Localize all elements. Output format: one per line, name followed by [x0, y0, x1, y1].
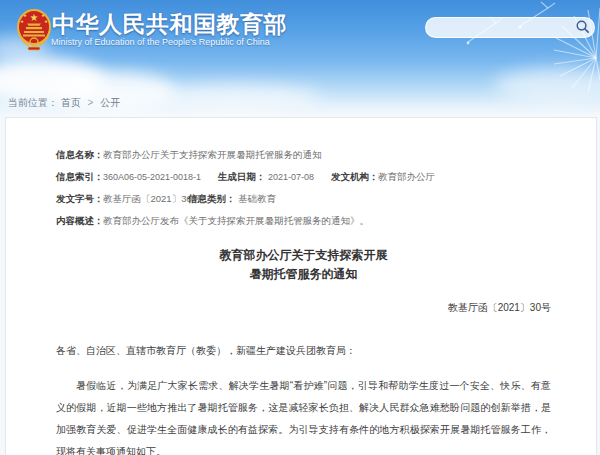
search-box: [425, 17, 595, 38]
meta-value: 360A06-05-2021-0018-1: [103, 166, 218, 188]
meta-row-name: 信息名称： 教育部办公厅关于支持探索开展暑期托管服务的通知: [56, 144, 551, 166]
meta-value: 教基厅函〔2021〕30号: [103, 188, 188, 210]
breadcrumb: 当前位置： 首页 > 公开: [8, 96, 120, 110]
breadcrumb-prefix: 当前位置：: [8, 97, 58, 108]
search-input[interactable]: [434, 19, 573, 38]
site-subtitle: Ministry of Education of the People's Re…: [51, 37, 331, 47]
site-title: 中华人民共和国教育部: [52, 9, 332, 40]
meta-value: 教育部办公厅: [378, 166, 435, 188]
document-title-line1: 教育部办公厅关于支持探索开展: [56, 246, 551, 265]
breadcrumb-separator: >: [88, 97, 94, 108]
meta-label: 发文机构：: [331, 166, 378, 188]
meta-value: 教育部办公厅关于支持探索开展暑期托管服务的通知: [103, 144, 322, 166]
page: ★ ★ ★ ★ ★ 中华人民共和国教育部 Ministry of Educati…: [0, 0, 600, 455]
meta-value: 教育部办公厅发布《关于支持探索开展暑期托管服务的通知》。: [103, 210, 369, 232]
document-title-line2: 暑期托管服务的通知: [56, 265, 551, 284]
document-meta: 信息名称： 教育部办公厅关于支持探索开展暑期托管服务的通知 信息索引： 360A…: [56, 144, 551, 232]
meta-row-index-date-agency: 信息索引： 360A06-05-2021-0018-1 生成日期： 2021-0…: [56, 166, 551, 188]
svg-text:★: ★: [23, 13, 27, 18]
svg-text:★: ★: [44, 19, 48, 24]
meta-row-number-category: 发文字号： 教基厅函〔2021〕30号 信息类别： 基础教育: [56, 188, 551, 210]
svg-text:★: ★: [41, 13, 45, 18]
svg-text:★: ★: [20, 19, 24, 24]
svg-text:★: ★: [30, 12, 39, 23]
document-number: 教基厅函〔2021〕30号: [56, 301, 551, 315]
magnifier-icon: [575, 19, 590, 34]
document-salutation: 各省、自治区、直辖市教育厅（教委），新疆生产建设兵团教育局：: [56, 343, 551, 358]
document-title: 教育部办公厅关于支持探索开展 暑期托管服务的通知: [56, 246, 551, 284]
dandelion-decoration-icon: [450, 0, 600, 92]
meta-label: 发文字号：: [56, 188, 103, 210]
meta-label: 信息类别：: [188, 188, 238, 210]
breadcrumb-section-link[interactable]: 公开: [100, 97, 120, 108]
meta-value: 基础教育: [238, 188, 276, 210]
meta-label: 内容概述：: [56, 210, 103, 232]
meta-value: 2021-07-08: [268, 166, 331, 188]
meta-row-summary: 内容概述： 教育部办公厅发布《关于支持探索开展暑期托管服务的通知》。: [56, 210, 551, 232]
header-brand[interactable]: ★ ★ ★ ★ ★ 中华人民共和国教育部 Ministry of Educati…: [0, 0, 330, 60]
search-button[interactable]: [573, 19, 591, 36]
content-panel: 信息名称： 教育部办公厅关于支持探索开展暑期托管服务的通知 信息索引： 360A…: [5, 117, 597, 455]
cloud-decoration: [150, 84, 320, 110]
meta-label: 信息名称：: [56, 144, 103, 166]
document-paragraph: 暑假临近，为满足广大家长需求、解决学生暑期“看护难”问题，引导和帮助学生度过一个…: [56, 375, 551, 455]
national-emblem-icon: ★ ★ ★ ★ ★: [16, 6, 52, 52]
breadcrumb-home-link[interactable]: 首页: [61, 97, 81, 108]
meta-label: 信息索引：: [56, 166, 103, 188]
meta-label: 生成日期：: [218, 166, 268, 188]
